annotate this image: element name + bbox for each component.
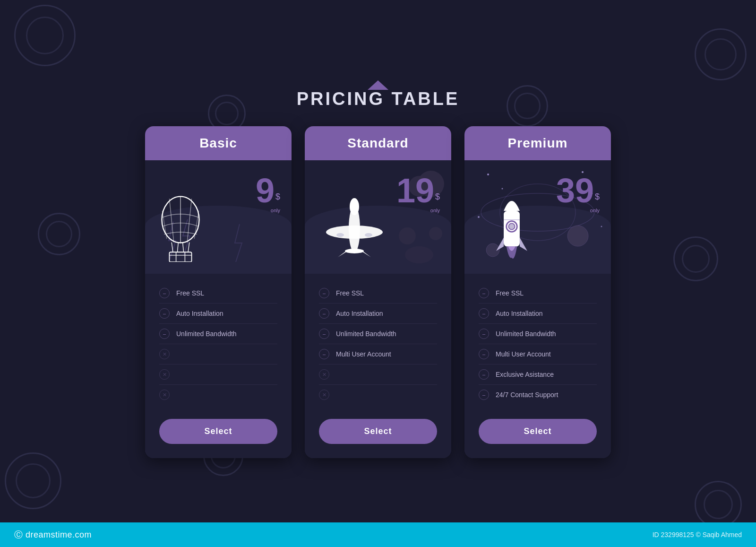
card-premium-title: Premium	[508, 136, 568, 150]
svg-line-6	[194, 211, 198, 239]
page-title-wrapper: PRICING TABLE	[297, 89, 460, 109]
premium-feature-2-label: Auto Installation	[496, 310, 543, 317]
premium-feature-1-label: Free SSL	[496, 289, 524, 297]
premium-feature-3-check: –	[479, 329, 489, 339]
svg-point-34	[567, 226, 588, 246]
card-standard: Standard	[305, 126, 451, 458]
premium-feature-5-check: –	[479, 369, 489, 380]
standard-price-number: 19	[396, 172, 434, 209]
rocket-icon	[488, 189, 535, 264]
svg-line-8	[188, 243, 189, 252]
page-title: PRICING TABLE	[297, 89, 460, 109]
svg-point-22	[350, 198, 359, 215]
standard-feature-4-label: Multi User Account	[336, 350, 391, 358]
svg-point-24	[336, 233, 344, 237]
svg-line-4	[187, 199, 191, 242]
standard-feature-2-label: Auto Installation	[336, 310, 383, 317]
watermark-6	[673, 236, 718, 281]
premium-feature-2: – Auto Installation	[479, 304, 597, 324]
premium-feature-6: – 24/7 Contact Support	[479, 385, 597, 405]
card-standard-illustration: 19$only	[305, 160, 451, 274]
svg-line-7	[172, 243, 173, 252]
card-basic-body: 9$only – Free SSL – Auto Installation – …	[145, 160, 292, 458]
standard-price-display: 19$only	[396, 174, 440, 213]
standard-select-wrapper: Select	[305, 414, 451, 444]
dreamstime-icon: Ⓒ	[14, 530, 23, 539]
svg-point-19	[405, 246, 433, 263]
basic-feature-3-check: –	[159, 329, 170, 339]
watermark-2	[695, 28, 747, 80]
card-premium-illustration: 39$only	[464, 160, 611, 274]
premium-features-list: – Free SSL – Auto Installation – Unlimit…	[464, 274, 611, 414]
svg-point-28	[487, 174, 489, 175]
basic-select-button[interactable]: Select	[159, 419, 277, 444]
premium-feature-1: – Free SSL	[479, 283, 597, 304]
basic-select-wrapper: Select	[145, 414, 292, 444]
card-premium: Premium	[464, 126, 611, 458]
standard-select-button[interactable]: Select	[319, 419, 437, 444]
standard-feature-5-check: ✕	[319, 369, 329, 380]
svg-point-32	[478, 216, 480, 218]
basic-feature-2-label: Auto Installation	[176, 310, 223, 317]
watermark-1	[14, 5, 76, 66]
basic-feature-5-check: ✕	[159, 369, 170, 380]
plane-icon	[324, 198, 385, 260]
basic-feature-1: – Free SSL	[159, 283, 277, 304]
dreamstime-logo: Ⓒ dreamstime.com	[14, 529, 92, 540]
premium-feature-6-label: 24/7 Contact Support	[496, 391, 558, 399]
basic-feature-1-check: –	[159, 288, 170, 298]
svg-point-38	[508, 223, 515, 229]
standard-feature-5: ✕	[319, 365, 437, 385]
standard-feature-4: – Multi User Account	[319, 344, 437, 365]
basic-price-display: 9$only	[256, 174, 280, 213]
premium-price-display: 39$only	[556, 174, 600, 213]
card-basic-title: Basic	[199, 136, 237, 150]
svg-point-18	[429, 227, 442, 240]
svg-line-3	[169, 199, 173, 242]
dreamstime-id-text: ID 232998125 © Saqib Ahmed	[653, 531, 742, 538]
standard-feature-6: ✕	[319, 385, 437, 405]
svg-point-17	[399, 227, 416, 244]
card-basic-illustration: 9$only	[145, 160, 292, 274]
svg-rect-11	[169, 252, 191, 262]
premium-feature-4: – Multi User Account	[479, 344, 597, 365]
svg-point-23	[345, 249, 364, 253]
standard-feature-1: – Free SSL	[319, 283, 437, 304]
dreamstime-brand-suffix: .com	[72, 530, 92, 539]
basic-feature-2-check: –	[159, 308, 170, 319]
premium-feature-5-label: Exclusive Asistance	[496, 371, 554, 378]
standard-feature-3-check: –	[319, 329, 329, 339]
standard-feature-6-check: ✕	[319, 390, 329, 400]
svg-point-25	[365, 233, 372, 237]
premium-feature-4-label: Multi User Account	[496, 350, 551, 358]
standard-features-list: – Free SSL – Auto Installation – Unlimit…	[305, 274, 451, 414]
svg-line-9	[177, 243, 178, 252]
card-premium-body: 39$only – Free SSL – Auto Installation –…	[464, 160, 611, 458]
premium-feature-5: – Exclusive Asistance	[479, 365, 597, 385]
basic-feature-3: – Unlimited Bandwidth	[159, 324, 277, 344]
svg-line-5	[162, 211, 166, 239]
standard-feature-2-check: –	[319, 308, 329, 319]
standard-feature-4-check: –	[319, 349, 329, 359]
basic-feature-4-check: ✕	[159, 349, 170, 359]
watermark-10	[507, 85, 548, 127]
card-premium-header: Premium	[464, 126, 611, 160]
dreamstime-footer: Ⓒ dreamstime.com ID 232998125 © Saqib Ah…	[0, 522, 756, 547]
svg-line-10	[183, 243, 184, 252]
premium-feature-4-check: –	[479, 349, 489, 359]
card-standard-header: Standard	[305, 126, 451, 160]
card-standard-body: 19$only – Free SSL – Auto Installation –…	[305, 160, 451, 458]
standard-feature-1-check: –	[319, 288, 329, 298]
basic-feature-3-label: Unlimited Bandwidth	[176, 330, 237, 338]
card-standard-title: Standard	[347, 136, 408, 150]
basic-feature-6-check: ✕	[159, 390, 170, 400]
premium-feature-1-check: –	[479, 288, 489, 298]
dreamstime-brand: dreamstime	[26, 530, 72, 539]
premium-select-button[interactable]: Select	[479, 419, 597, 444]
standard-feature-3: – Unlimited Bandwidth	[319, 324, 437, 344]
card-basic-header: Basic	[145, 126, 292, 160]
standard-feature-2: – Auto Installation	[319, 304, 437, 324]
premium-feature-6-check: –	[479, 390, 489, 400]
balloon-icon	[155, 186, 206, 262]
premium-select-wrapper: Select	[464, 414, 611, 444]
